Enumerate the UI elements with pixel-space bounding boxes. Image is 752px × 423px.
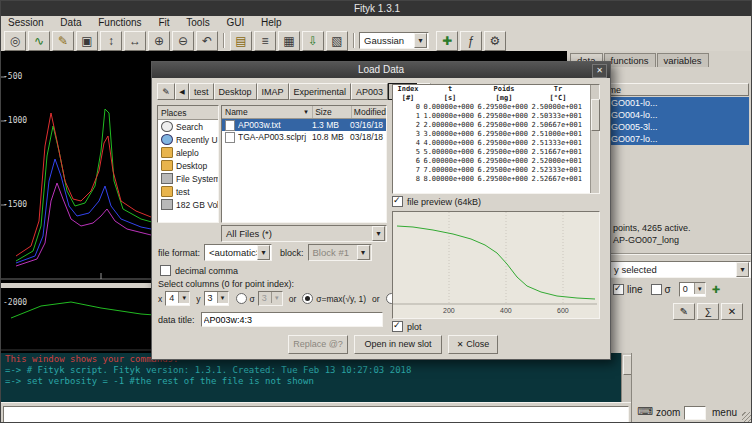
zoom-vertical-icon[interactable]: ↕ — [100, 31, 122, 51]
menu-gui[interactable]: GUI — [219, 16, 251, 30]
replace-button[interactable]: Replace @? — [288, 335, 348, 354]
file-preview-table[interactable]: Index t Poids Tr [#] [s] [mg] [°C] 0 0.0… — [392, 84, 600, 194]
line-checkbox[interactable] — [613, 284, 624, 295]
menu-data[interactable]: Data — [53, 16, 88, 30]
keyboard-icon[interactable]: ⌨ — [637, 405, 653, 418]
command-input[interactable] — [3, 406, 629, 423]
sigma-column-radio[interactable] — [236, 293, 247, 304]
path-crumb-test[interactable]: test — [189, 83, 214, 100]
cell: 8 — [393, 175, 423, 184]
place-file-system[interactable]: File System — [158, 172, 218, 185]
column-name[interactable]: Name — [222, 106, 304, 118]
zoom-horizontal-icon[interactable]: ↔ — [124, 31, 146, 51]
menu-button[interactable]: menu — [712, 407, 737, 418]
dialog-close-icon[interactable]: ✕ — [592, 64, 607, 78]
add-function-icon[interactable]: ✚ — [436, 31, 458, 51]
sigma-max-radio[interactable] — [302, 293, 313, 304]
cell: 6.29500e+000 — [477, 121, 531, 130]
y-column-label: y — [196, 294, 200, 304]
load-data-icon[interactable]: ⇩ — [302, 31, 324, 51]
file-row[interactable]: TGA-AP003.sclprj 10.8 MB 03/18/18 — [222, 131, 386, 143]
zoom-in-icon[interactable]: ⊕ — [148, 31, 170, 51]
menu-help[interactable]: Help — [254, 16, 289, 30]
data-table-icon[interactable]: ▧ — [326, 31, 348, 51]
dataset-filter-select[interactable]: y selected — [609, 261, 751, 278]
menu-functions[interactable]: Functions — [91, 16, 148, 30]
zoom-mode-icon[interactable]: ◎ — [4, 31, 26, 51]
window-titlebar[interactable]: Fityk 1.3.1 — [1, 1, 752, 16]
add-peak-mode-icon[interactable]: ∿ — [28, 31, 50, 51]
format-row: file format: <automatic> block: Block #1 — [158, 245, 372, 260]
cell: 2.51333e+001 — [531, 139, 585, 148]
block-select[interactable]: Block #1 — [308, 244, 372, 261]
file-list-header: Name ▾ Size Modified — [222, 106, 386, 119]
plot-checkbox[interactable] — [392, 321, 403, 332]
y-column-spinner[interactable]: 3 — [204, 291, 229, 306]
path-back-icon[interactable]: ◀ — [175, 83, 189, 100]
sort-indicator-icon[interactable]: ▾ — [304, 106, 312, 118]
column-size[interactable]: Size — [312, 106, 351, 118]
x-column-spinner[interactable]: 4 — [165, 291, 190, 306]
place-desktop[interactable]: Desktop — [158, 159, 218, 172]
path-crumb-imap[interactable]: IMAP — [257, 83, 289, 100]
console-line: =-> # Fityk script. Fityk version: 1.3.1… — [1, 364, 631, 375]
data-title-input[interactable] — [201, 312, 383, 327]
column-modified[interactable]: Modified — [351, 106, 386, 118]
preview-xtick: 400 — [500, 307, 512, 314]
file-preview-checkbox[interactable] — [392, 196, 403, 207]
preview-scrollbar-thumb[interactable] — [591, 99, 600, 131]
decimal-comma-checkbox[interactable] — [160, 265, 171, 276]
open-session-icon[interactable]: ▤ — [230, 31, 252, 51]
zoom-all-icon[interactable]: ▣ — [76, 31, 98, 51]
path-crumb-desktop[interactable]: Desktop — [214, 83, 257, 100]
console-scrollbar[interactable] — [621, 353, 631, 402]
place-recently-used[interactable]: Recently U... — [158, 133, 218, 146]
place-volume[interactable]: 182 GB Vol... — [158, 198, 218, 211]
function-type-select[interactable]: Gaussian — [359, 32, 429, 49]
tab-functions[interactable]: functions — [604, 53, 656, 67]
preview-scrollbar[interactable] — [590, 85, 599, 193]
place-search[interactable]: Search — [158, 120, 218, 133]
delete-icon[interactable]: ✕ — [721, 303, 743, 320]
edit-icon[interactable]: ✎ — [673, 303, 695, 320]
file-filter-select[interactable]: All Files (*) — [221, 225, 387, 242]
cell: 6.29500e+000 — [477, 139, 531, 148]
sigma-column-spinner[interactable]: 3 — [258, 291, 283, 306]
preview-plot[interactable]: 200 400 600 — [392, 211, 600, 319]
place-test[interactable]: test — [158, 185, 218, 198]
columns-row: x 4 y 3 σ 3 or σ=max(√y, 1) or σ=1 — [158, 291, 414, 306]
sigma-checkbox[interactable] — [651, 284, 662, 295]
file-row[interactable]: AP003w.txt 1.3 MB 03/16/18 — [222, 119, 386, 131]
place-home[interactable]: aleplo — [158, 146, 218, 159]
menu-fit[interactable]: Fit — [151, 16, 176, 30]
path-crumb-ap003[interactable]: AP003 — [351, 83, 388, 100]
places-list: Places Search Recently U... aleplo Deskt… — [157, 105, 219, 223]
type-location-icon[interactable]: ✎ — [157, 83, 175, 100]
point-size-spinner[interactable]: 0 — [679, 282, 706, 297]
resize-grip[interactable] — [742, 412, 752, 423]
dialog-buttons: Replace @? Open in new slot ✕ Close — [288, 335, 498, 353]
path-crumb-experimental[interactable]: Experimental — [289, 83, 352, 100]
cell: 6.29500e+000 — [477, 166, 531, 175]
zoom-out-icon[interactable]: ⊖ — [172, 31, 194, 51]
menu-tools[interactable]: Tools — [179, 16, 216, 30]
save-session-icon[interactable]: ▦ — [278, 31, 300, 51]
file-format-select[interactable]: <automatic> — [204, 244, 272, 261]
zoom-value-box[interactable] — [684, 406, 706, 420]
open-in-new-slot-button[interactable]: Open in new slot — [354, 335, 442, 354]
close-button[interactable]: ✕ Close — [448, 335, 498, 354]
activate-data-mode-icon[interactable]: ✎ — [52, 31, 74, 51]
sum-icon[interactable]: ∑ — [697, 303, 719, 320]
console-scrollbar-thumb[interactable] — [623, 355, 631, 375]
dialog-titlebar[interactable]: Load Data — [152, 62, 610, 78]
previous-zoom-icon[interactable]: ↶ — [196, 31, 218, 51]
fit-icon[interactable]: ƒ — [460, 31, 482, 51]
tab-variables[interactable]: variables — [657, 53, 709, 67]
toolbar-separator — [353, 33, 355, 48]
add-icon[interactable]: ✚ — [712, 284, 720, 295]
menu-session[interactable]: Session — [1, 16, 51, 30]
execute-script-icon[interactable]: ≡ — [254, 31, 276, 51]
sidebar-button-row: ✎ ∑ ✕ — [673, 303, 743, 320]
fit-settings-icon[interactable]: ⚙ — [484, 31, 506, 51]
folder-icon — [161, 186, 173, 197]
